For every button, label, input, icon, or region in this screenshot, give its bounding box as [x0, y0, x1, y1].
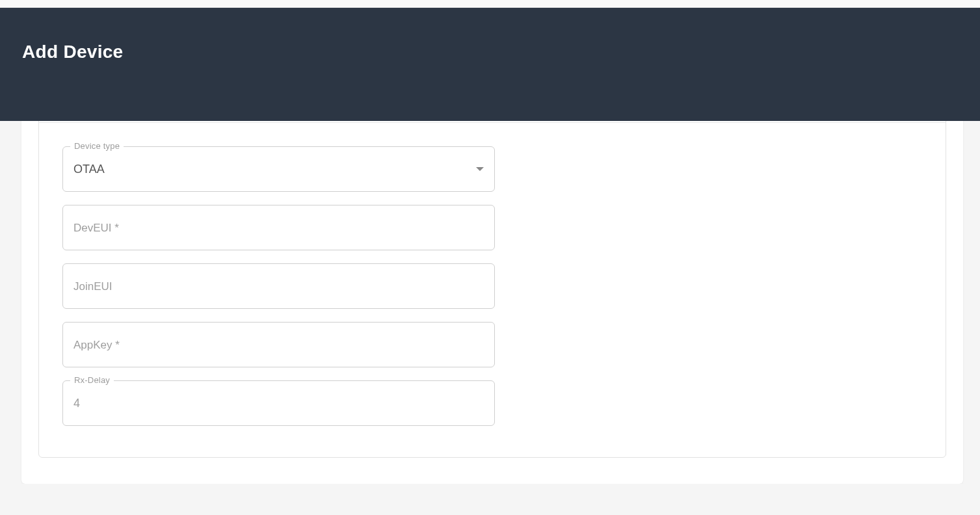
joineui-field-wrapper [62, 263, 495, 309]
form-row-rx-delay: Rx-Delay 4 [62, 380, 922, 426]
appkey-field-wrapper [62, 322, 495, 367]
lorawan-panel: LoRaWAN Details Device type OTAA [38, 86, 946, 458]
rx-delay-field-wrapper: Rx-Delay 4 [62, 380, 495, 426]
form-row-deveui [62, 205, 922, 250]
top-bar [0, 0, 980, 8]
device-type-field-wrapper: Device type OTAA [62, 146, 495, 192]
appkey-input[interactable] [62, 322, 495, 367]
rx-delay-label: Rx-Delay [70, 375, 114, 385]
rx-delay-value: 4 [73, 397, 80, 410]
device-type-value: OTAA [73, 163, 105, 176]
rx-delay-input[interactable]: 4 [62, 380, 495, 426]
joineui-input[interactable] [62, 263, 495, 309]
form-row-joineui [62, 263, 922, 309]
main-card: LoRaWAN Details Device type OTAA [21, 69, 963, 484]
panel-body: Device type OTAA [39, 123, 946, 457]
page-title: Add Device [22, 42, 958, 62]
chevron-down-icon [476, 167, 484, 171]
deveui-field-wrapper [62, 205, 495, 250]
deveui-input[interactable] [62, 205, 495, 250]
device-type-select[interactable]: OTAA [62, 146, 495, 192]
device-type-label: Device type [70, 141, 124, 151]
page-header: Add Device [0, 8, 980, 121]
form-row-appkey [62, 322, 922, 367]
form-row-device-type: Device type OTAA [62, 146, 922, 192]
